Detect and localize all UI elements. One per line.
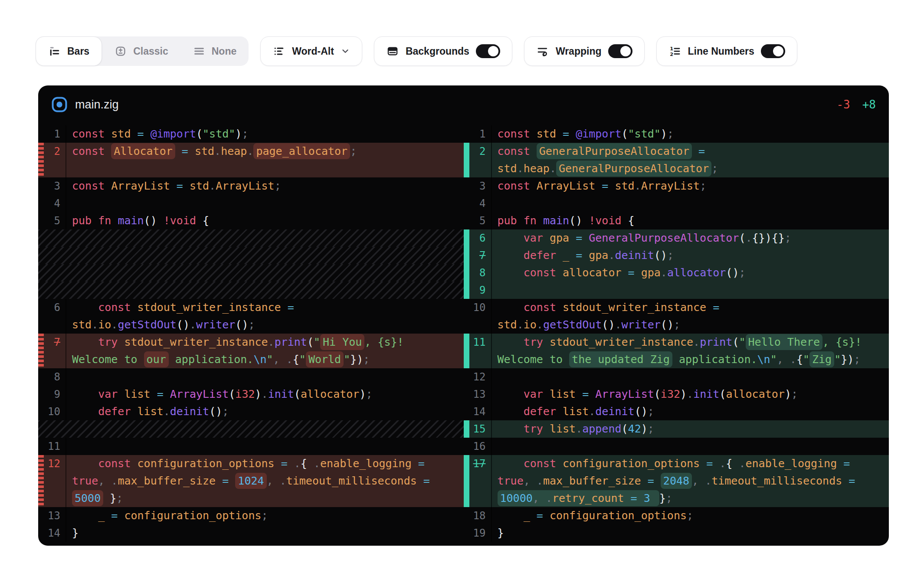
diff-row: 4 <box>38 195 464 212</box>
code-token: () <box>144 214 164 227</box>
code-token: std <box>537 128 556 140</box>
gutter-spacer <box>464 403 469 420</box>
code-token: const <box>72 180 111 192</box>
word-mode-dropdown[interactable]: Word-Alt <box>260 36 362 66</box>
code-line: true, .max_buffer_size = 2048, .timeout_… <box>492 472 889 490</box>
line-number: 5 <box>44 212 66 229</box>
code-token: const <box>72 145 111 157</box>
code-token: list <box>563 405 589 418</box>
code-token: = <box>556 128 576 140</box>
code-line: const allocator = gpa.allocator(); <box>492 264 889 282</box>
view-mode-none[interactable]: None <box>180 36 249 66</box>
code-token: max_buffer_size <box>543 475 641 487</box>
line-number <box>469 316 492 334</box>
line-number: 17 <box>469 455 492 472</box>
code-token: defer <box>98 405 137 418</box>
view-mode-bars[interactable]: Bars <box>36 36 102 66</box>
code-token: \n <box>757 353 770 366</box>
diff-row: 1const std = @import("std"); <box>464 125 889 143</box>
line-number: 12 <box>469 368 492 386</box>
code-token: { <box>726 457 739 470</box>
code-token: ; <box>363 353 370 366</box>
line-numbers-switch[interactable] <box>761 44 785 58</box>
gutter-spacer <box>38 368 44 386</box>
code-line: defer list.deinit(); <box>66 403 464 420</box>
code-token: ) <box>847 353 854 366</box>
line-number: 6 <box>44 299 66 316</box>
code-token <box>103 492 110 504</box>
code-token: . <box>294 457 301 470</box>
line-number: 3 <box>44 177 66 195</box>
diff-row: std.heap.GeneralPurposeAllocator; <box>464 160 889 177</box>
code-line: const GeneralPurposeAllocator = <box>492 143 889 160</box>
gutter-spacer <box>464 438 469 455</box>
gutter-spacer <box>38 125 44 143</box>
code-token: . <box>268 336 275 348</box>
code-token: . <box>280 475 286 487</box>
diff-row: 12 <box>464 368 889 386</box>
code-token: ) <box>680 388 687 400</box>
code-token: , <box>692 475 705 487</box>
code-token: application. <box>169 353 254 366</box>
code-token: the updated Zig <box>572 353 670 366</box>
view-mode-classic[interactable]: Classic <box>102 36 180 66</box>
wrapping-icon <box>536 45 549 58</box>
removed-marker <box>38 351 44 368</box>
line-numbers-toggle-button[interactable]: 1 2 Line Numbers <box>656 36 797 66</box>
alignment-filler <box>38 282 464 299</box>
code-token: . <box>190 318 196 331</box>
diff-row: 17 const configuration_options = .{ .ena… <box>464 455 889 472</box>
code-token: @import <box>151 128 196 140</box>
word-diff-highlight: Hello There <box>746 334 823 350</box>
wrapping-switch[interactable] <box>608 44 632 58</box>
code-token: ; <box>350 145 357 157</box>
wrapping-toggle-button[interactable]: Wrapping <box>524 36 645 66</box>
code-token: ( <box>739 232 745 244</box>
code-token: ; <box>711 162 718 175</box>
line-number: 15 <box>469 420 492 438</box>
code-token: stdout_writer_instance <box>138 301 281 314</box>
code-line: true, .max_buffer_size = 1024, .timeout_… <box>66 472 464 490</box>
code-line <box>66 195 464 212</box>
code-token: { <box>628 214 635 227</box>
code-line: } <box>492 524 889 542</box>
diff-row: 8 const allocator = gpa.allocator(); <box>464 264 889 282</box>
code-token: . <box>546 492 552 504</box>
code-token <box>498 388 524 400</box>
code-token: GeneralPurposeAllocator <box>589 232 739 244</box>
line-number: 8 <box>44 368 66 386</box>
page: Bars Classic <box>0 0 924 583</box>
code-line: const ArrayList = std.ArrayList; <box>66 177 464 195</box>
code-token: () <box>654 249 667 262</box>
backgrounds-toggle-button[interactable]: Backgrounds <box>374 36 512 66</box>
code-line: const std = @import("std"); <box>66 125 464 143</box>
code-token: = <box>595 180 615 192</box>
code-token: ArrayList <box>111 180 170 192</box>
code-token: ( <box>196 128 203 140</box>
code-token: = <box>700 457 719 470</box>
bars-icon <box>48 45 61 58</box>
code-token: ; <box>687 509 693 522</box>
code-token: page_allocator <box>256 145 347 157</box>
code-token: std <box>195 145 214 157</box>
code-token: = <box>151 388 170 400</box>
gutter-spacer <box>464 524 469 542</box>
line-number: 7 <box>469 247 492 264</box>
code-token: \n <box>253 353 266 366</box>
line-number: 9 <box>44 386 66 403</box>
code-token: {} <box>752 232 765 244</box>
code-token: ) <box>357 353 363 366</box>
code-token: " <box>314 336 320 348</box>
diff-row: 7 defer _ = gpa.deinit(); <box>464 247 889 264</box>
code-line: const configuration_options = .{ .enable… <box>66 455 464 472</box>
code-token: ) <box>235 128 242 140</box>
code-line: var gpa = GeneralPurposeAllocator(.{}){}… <box>492 229 889 247</box>
code-token: , <box>267 475 280 487</box>
code-token: } <box>110 492 116 504</box>
backgrounds-switch[interactable] <box>476 44 500 58</box>
code-token: , <box>273 353 286 366</box>
code-token: , <box>777 353 790 366</box>
line-number: 11 <box>44 438 66 455</box>
code-token: const <box>524 266 563 279</box>
code-token: fn <box>98 214 118 227</box>
